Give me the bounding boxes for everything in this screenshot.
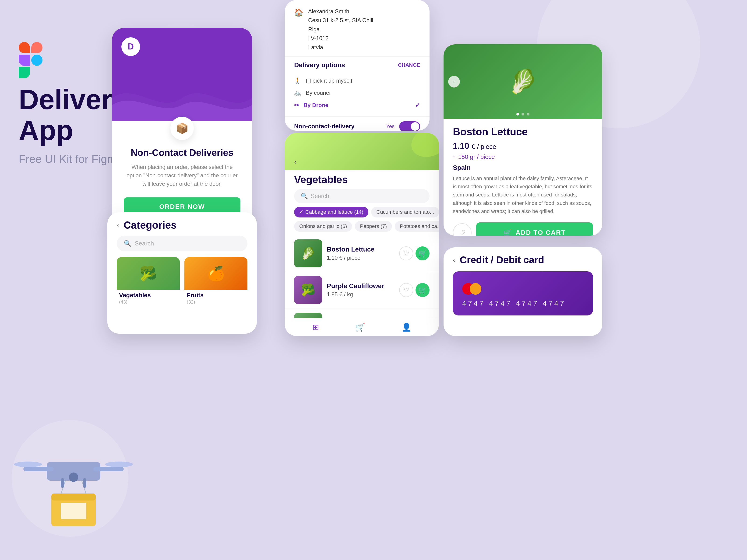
- vegetables-count: (43): [117, 299, 180, 304]
- screen-credit-card: ‹ Credit / Debit card 4747 4747 4747 474…: [443, 247, 602, 336]
- option-drone-label: By Drone: [304, 102, 329, 108]
- purple-cauliflower-actions: ♡ 🛒: [399, 283, 430, 297]
- figma-shape-blue: [31, 55, 43, 66]
- image-dots: [516, 113, 530, 115]
- fruits-image: 🍊: [184, 257, 248, 290]
- chip-potatoes[interactable]: Potatoes and ca...: [395, 221, 439, 232]
- noncontact-toggle[interactable]: [399, 121, 420, 131]
- svg-rect-1: [23, 466, 54, 471]
- svg-point-4: [105, 461, 133, 467]
- screen4-nav-profile[interactable]: 👤: [402, 322, 411, 332]
- filter-chips: ✓ Cabbage and lettuce (14) Cucumbers and…: [285, 207, 439, 221]
- screen4-nav-home[interactable]: ⊞: [312, 322, 319, 332]
- vegetables-search-placeholder: Search: [311, 193, 329, 199]
- product-image-prev[interactable]: ‹: [448, 76, 460, 87]
- search-icon: 🔍: [301, 193, 308, 199]
- svg-point-5: [69, 473, 78, 482]
- boston-lettuce-name: Boston Lettuce: [327, 246, 394, 253]
- boston-lettuce-fav-button[interactable]: ♡: [399, 246, 413, 260]
- category-vegetables[interactable]: 🥦 Vegetables (43): [117, 257, 180, 304]
- product-row-purple-cauliflower: 🥦 Purple Cauliflower 1.85 € / kg ♡ 🛒: [285, 272, 439, 309]
- chip-onions[interactable]: Onions and garlic (6): [294, 221, 352, 232]
- package-icon: 📦: [171, 117, 194, 140]
- back-button[interactable]: ‹: [117, 221, 119, 229]
- screen1-header: D: [112, 28, 252, 121]
- screen2-header: ‹ Categories: [107, 212, 257, 236]
- drone-icon: ✂: [294, 102, 299, 108]
- chip-cucumbers[interactable]: Cucumbers and tomato...: [371, 207, 439, 217]
- purple-cauliflower-cart-button[interactable]: 🛒: [415, 283, 430, 297]
- vegetables-back-button[interactable]: ‹: [294, 158, 297, 166]
- screen4-nav-cart[interactable]: 🛒: [355, 322, 365, 332]
- purple-cauliflower-fav-button[interactable]: ♡: [399, 283, 413, 297]
- check-icon: ✓: [415, 102, 420, 109]
- figma-shape-red: [19, 42, 30, 53]
- toggle-label: Yes: [386, 124, 394, 130]
- noncontact-label: Non-contact-delivery: [294, 123, 355, 130]
- boston-lettuce-price: 1.10 € / piece: [327, 255, 394, 261]
- svg-rect-9: [51, 494, 96, 501]
- purple-cauliflower-image: 🥦: [294, 276, 322, 304]
- category-fruits[interactable]: 🍊 Fruits (32): [184, 257, 248, 304]
- vegetables-header: ‹: [285, 133, 439, 170]
- chip-peppers[interactable]: Peppers (7): [355, 221, 392, 232]
- figma-shape-green: [19, 67, 30, 78]
- credit-card-back-button[interactable]: ‹: [453, 256, 455, 264]
- credit-card-header: ‹ Credit / Debit card: [443, 247, 602, 269]
- figma-shape-orange: [31, 42, 43, 53]
- boston-lettuce-image: 🥬: [294, 239, 322, 267]
- purple-cauliflower-name: Purple Cauliflower: [327, 282, 394, 290]
- boston-lettuce-actions: ♡ 🛒: [399, 246, 430, 260]
- addr-city: Riga: [308, 25, 373, 34]
- screen-categories: ‹ Categories 🔍 Search 🥦 Vegetables (43) …: [107, 212, 257, 334]
- screen-product-detail: 🥬 ‹ Boston Lettuce 1.10 € / piece ~ 150 …: [443, 44, 602, 236]
- product-detail-weight: ~ 150 gr / piece: [453, 153, 593, 161]
- categories-search-bar[interactable]: 🔍 Search: [117, 236, 248, 251]
- svg-rect-10: [61, 503, 86, 519]
- product-detail-price: 1.10 € / piece: [453, 141, 593, 151]
- toggle-knob: [411, 122, 419, 131]
- boston-lettuce-cart-button[interactable]: 🛒: [415, 246, 430, 260]
- toggle-wrapper: Yes: [386, 121, 420, 131]
- option-self-label: I'll pick it up myself: [306, 77, 352, 84]
- svg-point-14: [407, 133, 439, 162]
- product-detail-fav-button[interactable]: ♡: [453, 223, 471, 236]
- dot-2: [521, 113, 524, 115]
- screen-delivery-options: 🏠 Alexandra Smith Cesu 31 k-2 5.st, SIA …: [285, 0, 430, 131]
- change-button[interactable]: CHANGE: [398, 62, 420, 68]
- screen4-bottom-nav: ⊞ 🛒 👤: [285, 318, 439, 336]
- add-to-cart-button[interactable]: 🛒 ADD TO CART: [476, 222, 593, 236]
- vegetables-search-bar[interactable]: 🔍 Search: [294, 189, 430, 203]
- screen-vegetables: ‹ Vegetables 🔍 Search ✓ Cabbage and lett…: [285, 133, 439, 336]
- option-courier-label: By courier: [306, 89, 331, 96]
- addr-line1: Cesu 31 k-2 5.st, SIA Chili: [308, 16, 373, 25]
- cart-icon: 🛒: [504, 229, 512, 236]
- bike-icon: 🚲: [294, 89, 301, 96]
- product-detail-name: Boston Lettuce: [453, 126, 593, 138]
- boston-lettuce-info: Boston Lettuce 1.10 € / piece: [327, 246, 394, 261]
- address-icon: 🏠: [294, 8, 304, 17]
- svg-rect-12: [61, 478, 64, 488]
- purple-cauliflower-info: Purple Cauliflower 1.85 € / kg: [327, 282, 394, 298]
- drone-illustration: [9, 434, 138, 532]
- dot-3: [526, 113, 530, 115]
- check-icon: ✓: [299, 209, 304, 215]
- addr-name: Alexandra Smith: [308, 7, 373, 16]
- screen1-title: Non-Contact Deliveries: [124, 147, 240, 158]
- screen1-description: When placing an order, please select the…: [124, 163, 240, 188]
- purple-cauliflower-price: 1.85 € / kg: [327, 291, 394, 298]
- dot-1: [516, 113, 519, 115]
- delivery-option-drone[interactable]: ✂ By Drone ✓: [294, 99, 420, 112]
- search-icon: 🔍: [124, 240, 131, 247]
- vegetables-image: 🥦: [117, 257, 180, 290]
- product-detail-body: Boston Lettuce 1.10 € / piece ~ 150 gr /…: [443, 119, 602, 236]
- product-detail-actions: ♡ 🛒 ADD TO CART: [453, 222, 593, 236]
- categories-title: Categories: [124, 219, 177, 231]
- fruits-count: (32): [184, 299, 248, 304]
- chip-cabbage-lettuce[interactable]: ✓ Cabbage and lettuce (14): [294, 207, 368, 217]
- delivery-option-courier[interactable]: 🚲 By courier: [294, 87, 420, 99]
- delivery-option-self[interactable]: 🚶 I'll pick it up myself: [294, 75, 420, 87]
- vegetables-title: Vegetables: [285, 170, 439, 187]
- address-section: 🏠 Alexandra Smith Cesu 31 k-2 5.st, SIA …: [285, 0, 430, 57]
- product-detail-description: Lettuce is an annual plant of the daisy …: [453, 174, 593, 215]
